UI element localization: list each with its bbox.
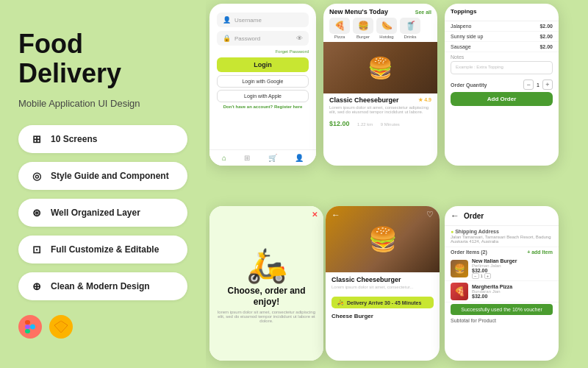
password-field[interactable]: 🔒 Password 👁 [217,31,309,46]
show-password-icon: 👁 [296,35,303,42]
food-distance: 1.22 km [357,122,373,127]
delivery-icon: 🛵 [337,300,344,305]
notes-input[interactable]: Example : Extra Topping [451,61,553,74]
feature-layer-label: Well Organized Layer [51,208,140,218]
subtotal-label: Subtotal for Product [451,318,496,323]
style-icon: ◎ [29,168,45,184]
order-item-2: 🍕 Margherita Pizza Bundaran Jian $32.00 [445,281,559,302]
price-item-sunnyside: Sunny side up $2.00 [445,32,559,42]
hotdog-icon: 🌭 [376,18,397,34]
order-items-header: Order Items (2) + add Item [445,247,559,257]
notes-label: Notes [445,52,559,61]
user-icon: 👤 [223,16,231,24]
order-item-1-price: $32.00 [472,268,553,273]
order-title: Order [464,212,484,220]
password-placeholder: Password [234,35,260,42]
see-all-link[interactable]: See all [415,10,431,15]
promo-illustration: 🛵 Choose, order and enjoy! lorem ipsum d… [209,206,323,361]
feature-screens-label: 10 Screens [51,134,97,144]
username-field[interactable]: 👤 Username [217,13,309,27]
hotdog-label: Hotdog [379,35,393,39]
cat-burger[interactable]: 🍔 Burger [353,18,373,39]
food-name: Classic Cheeseburger [329,96,399,104]
item-name-sausage: Sausage [451,44,471,49]
left-panel: Food Delivery Mobile Application UI Desi… [0,0,206,368]
food-price: $12.00 [329,120,350,127]
register-prompt: Don't have an account? Register here [217,105,309,109]
right-panel: 👤 Username 🔒 Password 👁 Forget Password … [206,0,588,368]
svg-point-4 [30,325,35,330]
add-item-button[interactable]: + add Item [527,250,553,255]
phone-order: ← Order ● Shipping Address Jalan Tamansa… [445,206,559,361]
promo-title: Choose, order and enjoy! [217,286,316,307]
item-name-jalapeno: Jalapeno [451,24,471,29]
detail-food-name: Classic Cheeseburger [331,276,434,283]
food-image: 🍔 [323,42,437,93]
burger-label: Burger [356,35,370,39]
notes-placeholder: Example : Extra Topping [456,65,503,69]
food-card-title-row: Classic Cheeseburger ★ 4.9 [329,96,431,104]
order-item-1-image: 🍔 [451,260,468,277]
menu-title: New Menu's Today [329,8,388,15]
main-subtitle: Mobile Application UI Design [18,98,187,109]
cat-drinks[interactable]: 🥤 Drinks [400,18,420,39]
order-back-button[interactable]: ← [451,210,459,221]
feature-customize: ⊡ Full Customize & Editable [18,236,187,263]
profile-nav[interactable]: 👤 [295,154,304,162]
item-price-sausage: $2.00 [539,44,553,49]
burger-icon: 🍔 [353,18,373,34]
search-nav[interactable]: ⊞ [244,154,250,162]
phone-detail: 🍔 ← ♡ Classic Cheeseburger Lorem ipsum d… [326,206,440,361]
food-description: Lorem ipsum dolor sit amet, consectetur … [329,105,431,114]
price-item-jalapeno: Jalapeno $2.00 [445,21,559,32]
order-item-2-image: 🍕 [451,283,468,300]
feature-style: ◎ Style Guide and Component [18,162,187,190]
feature-style-label: Style Guide and Component [51,171,169,181]
item-price-sunnyside: $2.00 [539,34,553,39]
apple-login-button[interactable]: Login with Apple [217,90,309,102]
feature-screens: ⊞ 10 Screens [18,125,187,153]
screens-icon: ⊞ [29,131,45,147]
feature-design-label: Clean & Modern Design [51,281,150,291]
feature-layer: ⊛ Well Organized Layer [18,199,187,227]
categories-row: 🍕 Pizza 🍔 Burger 🌭 Hotdog 🥤 Drinks [323,18,437,42]
order-items-label: Order Items (2) [451,250,487,255]
qty-plus-1[interactable]: + [484,273,492,279]
svg-rect-2 [25,325,30,329]
forgot-password[interactable]: Forget Password [217,49,309,54]
toppings-title: Toppings [451,8,553,15]
register-link[interactable]: Register here [274,105,302,109]
order-item-2-name: Margherita Pizza [472,284,553,289]
phone-menu: New Menu's Today See all 🍕 Pizza 🍔 Burge… [323,4,437,166]
feature-design: ⊕ Clean & Modern Design [18,272,187,300]
close-button[interactable]: ✕ [312,210,318,219]
google-login-button[interactable]: Login with Google [217,75,309,88]
detail-food-desc: Lorem ipsum dolor sit amet, consectetur.… [331,285,434,289]
pizza-label: Pizza [334,35,345,39]
order-item-2-info: Margherita Pizza Bundaran Jian $32.00 [472,284,553,299]
cat-hotdog[interactable]: 🌭 Hotdog [376,18,397,39]
layer-icon: ⊛ [29,205,45,221]
login-button[interactable]: Login [217,57,309,72]
qty-plus[interactable]: + [542,79,553,90]
cat-pizza[interactable]: 🍕 Pizza [329,18,350,39]
back-button[interactable]: ← [331,210,340,220]
tool-icons [18,315,187,339]
drinks-icon: 🥤 [400,18,420,34]
design-icon: ⊕ [29,278,45,294]
detail-food-image: 🍔 ← ♡ [326,206,440,272]
home-nav[interactable]: ⌂ [222,154,226,162]
add-order-button[interactable]: Add Order [451,92,553,106]
qty-value: 1 [537,82,539,88]
price-header: Toppings [445,4,559,21]
cart-nav[interactable]: 🛒 [268,154,277,162]
order-item-1: 🍔 New Italian Burger Perliman Jalan $32.… [445,257,559,281]
delivery-illustration: 🛵 [246,249,287,282]
shipping-address: Jalan Tamansari, Tamansari Beach Resort,… [451,235,553,244]
qty-minus[interactable]: − [523,79,534,90]
food-rating: ★ 4.9 [418,97,431,103]
favorite-button[interactable]: ♡ [426,210,434,219]
food-name-footer: Cheese Burger [326,311,440,322]
username-placeholder: Username [234,17,262,24]
qty-minus-1[interactable]: − [472,273,479,279]
